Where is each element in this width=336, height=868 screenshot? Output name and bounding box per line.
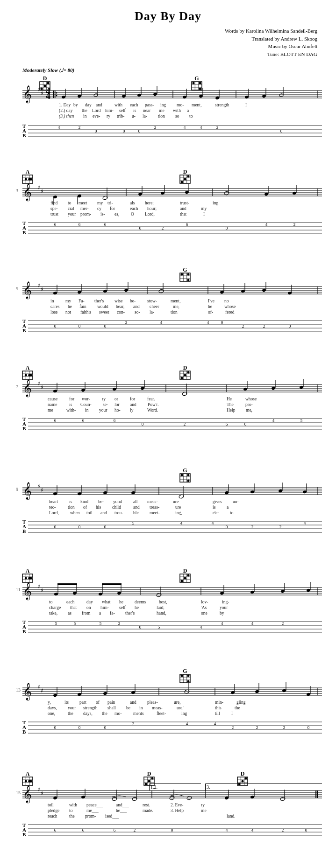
svg-text:self: self bbox=[119, 605, 126, 610]
svg-text:be-: be- bbox=[98, 499, 104, 504]
svg-text:me: me bbox=[48, 408, 53, 413]
svg-text:4: 4 bbox=[265, 222, 268, 227]
svg-text:tec-: tec- bbox=[49, 505, 56, 510]
svg-text:fleet-: fleet- bbox=[157, 711, 166, 716]
svg-text:0: 0 bbox=[139, 226, 142, 231]
svg-text:3: 3 bbox=[16, 188, 18, 193]
svg-text:♯: ♯ bbox=[41, 587, 43, 594]
svg-text:A: A bbox=[26, 770, 30, 777]
svg-point-155 bbox=[292, 191, 296, 195]
svg-text:strength: strength bbox=[215, 103, 229, 107]
svg-point-9 bbox=[41, 88, 43, 90]
svg-text:day: day bbox=[86, 600, 93, 604]
svg-text:lose: lose bbox=[50, 310, 57, 315]
svg-point-564 bbox=[187, 680, 190, 683]
svg-text:♯: ♯ bbox=[41, 286, 43, 293]
svg-text:so-: so- bbox=[135, 310, 140, 315]
svg-text:your: your bbox=[68, 706, 76, 710]
svg-text:♯: ♯ bbox=[41, 90, 43, 97]
svg-text:6: 6 bbox=[186, 222, 188, 227]
svg-text:ure,': ure,' bbox=[177, 706, 185, 710]
svg-text:G: G bbox=[183, 467, 187, 474]
svg-text:fered: fered bbox=[225, 310, 235, 315]
svg-point-478 bbox=[184, 577, 186, 580]
svg-text:I've: I've bbox=[208, 299, 214, 303]
svg-text:ing: ing bbox=[213, 201, 218, 205]
svg-point-494 bbox=[98, 592, 102, 596]
svg-text:♯: ♯ bbox=[41, 188, 43, 195]
svg-point-17 bbox=[199, 82, 201, 84]
svg-point-658 bbox=[148, 780, 150, 783]
svg-text:cial: cial bbox=[68, 206, 74, 211]
svg-text:day: day bbox=[85, 103, 92, 107]
svg-text:is: is bbox=[213, 505, 216, 510]
svg-text:in: in bbox=[83, 114, 87, 119]
svg-text:ther's: ther's bbox=[94, 299, 104, 303]
svg-point-326 bbox=[243, 387, 247, 391]
svg-point-18 bbox=[199, 88, 201, 90]
credits: Words by Karolina Wilhelmina Sandell-Ber… bbox=[14, 27, 322, 58]
svg-text:𝄞: 𝄞 bbox=[23, 482, 32, 500]
svg-text:ther's: ther's bbox=[125, 611, 135, 616]
svg-text:con-: con- bbox=[117, 310, 125, 315]
svg-text:6: 6 bbox=[54, 828, 57, 833]
svg-text:D: D bbox=[147, 770, 151, 777]
svg-text:be-: be- bbox=[130, 299, 136, 303]
svg-text:0: 0 bbox=[138, 129, 141, 133]
svg-point-648 bbox=[25, 780, 27, 783]
svg-text:2: 2 bbox=[242, 324, 244, 329]
svg-text:the: the bbox=[68, 711, 73, 716]
svg-text:bear,: bear, bbox=[116, 304, 124, 309]
svg-text:D: D bbox=[183, 168, 187, 175]
svg-text:2: 2 bbox=[282, 621, 284, 626]
svg-text:so: so bbox=[175, 114, 179, 119]
svg-text:4: 4 bbox=[46, 91, 50, 101]
svg-text:2: 2 bbox=[216, 125, 219, 130]
svg-text:my: my bbox=[201, 206, 207, 211]
svg-text:whose: whose bbox=[245, 397, 257, 401]
svg-point-31 bbox=[56, 92, 57, 94]
svg-text:𝄞: 𝄞 bbox=[23, 281, 32, 300]
svg-text:pass-: pass- bbox=[145, 103, 154, 107]
svg-text:trib-: trib- bbox=[117, 114, 124, 119]
svg-text:and: and bbox=[96, 103, 102, 107]
svg-point-293 bbox=[25, 374, 27, 377]
svg-point-592 bbox=[306, 693, 310, 696]
svg-text:5: 5 bbox=[300, 418, 303, 423]
svg-text:0: 0 bbox=[244, 422, 247, 427]
svg-point-207 bbox=[181, 273, 183, 276]
svg-text:ure: ure bbox=[173, 499, 179, 504]
svg-text:♯: ♯ bbox=[37, 583, 40, 590]
svg-text:meas-: meas- bbox=[152, 706, 163, 710]
svg-text:fain: fain bbox=[79, 304, 86, 309]
svg-text:D: D bbox=[43, 75, 47, 82]
svg-text:6: 6 bbox=[82, 418, 85, 423]
svg-text:B: B bbox=[22, 729, 26, 735]
svg-text:one: one bbox=[201, 611, 207, 616]
svg-point-667 bbox=[242, 780, 244, 783]
svg-text:la-: la- bbox=[143, 114, 147, 119]
svg-text:laid;: laid; bbox=[157, 605, 164, 610]
svg-point-148 bbox=[185, 190, 189, 194]
svg-point-318 bbox=[112, 387, 116, 391]
svg-text:prom-: prom- bbox=[80, 212, 91, 217]
svg-text:0: 0 bbox=[142, 422, 144, 427]
svg-text:♯: ♯ bbox=[37, 786, 40, 793]
svg-text:0: 0 bbox=[123, 129, 125, 133]
svg-text:3.: 3. bbox=[207, 784, 210, 790]
svg-text:cheer: cheer bbox=[150, 304, 159, 309]
svg-text:u-: u- bbox=[132, 114, 136, 119]
svg-point-590 bbox=[282, 689, 286, 693]
svg-text:𝄞: 𝄞 bbox=[23, 785, 32, 804]
svg-text:G: G bbox=[183, 668, 187, 674]
svg-text:4: 4 bbox=[304, 521, 306, 525]
svg-text:♯: ♯ bbox=[37, 684, 40, 690]
music-notation: .staff-line { stroke: #000; stroke-width… bbox=[14, 63, 322, 868]
svg-text:land.: land. bbox=[227, 814, 236, 819]
svg-point-235 bbox=[262, 288, 266, 292]
svg-point-657 bbox=[151, 777, 154, 780]
svg-point-127 bbox=[181, 181, 183, 183]
svg-text:4: 4 bbox=[184, 125, 186, 130]
svg-text:4: 4 bbox=[251, 621, 254, 626]
svg-text:for: for bbox=[130, 397, 136, 401]
